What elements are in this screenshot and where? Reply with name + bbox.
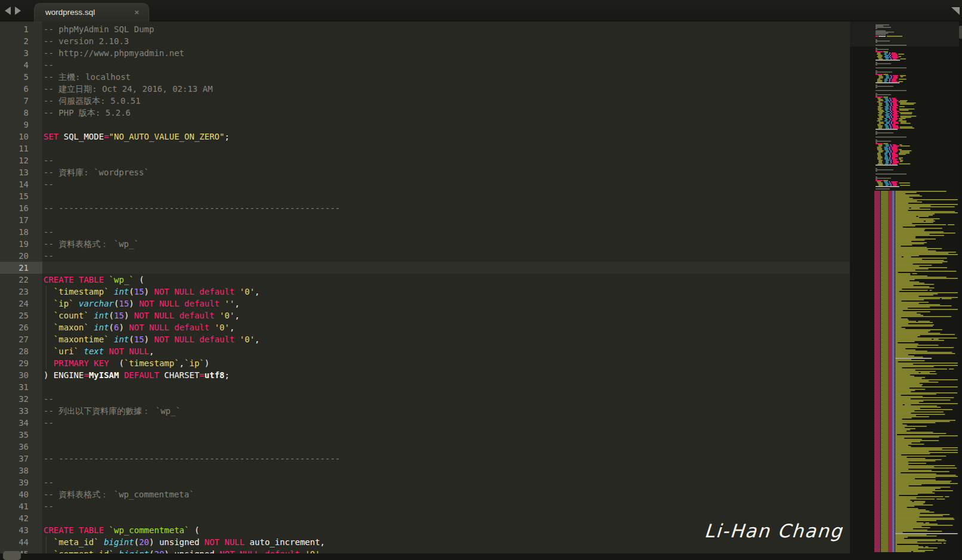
code-token <box>180 299 184 308</box>
code-token <box>169 323 174 332</box>
code-line[interactable]: `maxon` int(6) NOT NULL default '0', <box>0 321 850 333</box>
minimap[interactable] <box>850 21 959 553</box>
code-line[interactable]: -- version 2.10.3 <box>0 35 850 47</box>
code-token: '0' <box>215 323 230 332</box>
code-token: default <box>199 335 234 344</box>
tab-bar: wordpress.sql × <box>0 0 962 21</box>
code-token: = <box>83 370 88 380</box>
code-token: '0' <box>305 549 320 553</box>
back-arrow-icon[interactable] <box>5 7 11 15</box>
code-token: '' <box>225 299 235 308</box>
editor-pane: 1234567891011121314151617181920212223242… <box>0 21 850 553</box>
code-token: `count` <box>54 311 89 320</box>
code-token <box>104 525 109 535</box>
code-line[interactable] <box>0 262 850 274</box>
code-token <box>215 311 219 320</box>
code-area[interactable]: -- phpMyAdmin SQL Dump-- version 2.10.3-… <box>0 21 850 553</box>
code-token: `ip` <box>54 299 74 308</box>
code-token: NOT NULL <box>205 537 245 547</box>
code-line[interactable]: -- 列出以下資料庫的數據： `wp_` <box>0 405 850 417</box>
code-token: int <box>114 287 129 296</box>
code-token: auto_increment, <box>245 537 325 547</box>
code-line[interactable]: `timestamp` int(15) NOT NULL default '0'… <box>0 286 850 298</box>
code-token: 15 <box>114 311 124 320</box>
code-token: = <box>104 132 109 141</box>
code-line[interactable]: SET SQL_MODE="NO_AUTO_VALUE_ON_ZERO"; <box>0 131 850 143</box>
code-line[interactable]: -- 建立日期: Oct 24, 2016, 02:13 AM <box>0 83 850 95</box>
code-line[interactable] <box>0 429 850 441</box>
code-line[interactable]: PRIMARY KEY (`timestamp`,`ip`) <box>0 357 850 369</box>
code-line[interactable]: `comment_id` bigint(20) unsigned NOT NUL… <box>0 548 850 553</box>
code-token: `wp_commentmeta` <box>109 525 190 535</box>
code-token: ) unsigned <box>164 549 219 553</box>
code-token <box>44 323 54 332</box>
code-token: ( <box>134 537 139 547</box>
code-token: NOT NULL <box>154 287 194 296</box>
code-line[interactable]: -- <box>0 59 850 71</box>
forward-arrow-icon[interactable] <box>15 7 21 15</box>
code-line[interactable]: `uri` text NOT NULL, <box>0 345 850 357</box>
scrollbar-track[interactable] <box>959 21 962 553</box>
code-token <box>104 346 109 356</box>
code-token: -- <box>44 394 54 404</box>
code-token: int <box>94 323 109 332</box>
code-line[interactable] <box>0 143 850 154</box>
code-token: '0' <box>240 335 255 344</box>
code-token: ( <box>109 358 124 368</box>
code-line[interactable]: -- <box>0 178 850 190</box>
code-line[interactable]: ) ENGINE=MyISAM DEFAULT CHARSET=utf8; <box>0 369 850 381</box>
code-token: ; <box>225 370 230 380</box>
code-token: ( <box>109 323 114 332</box>
code-line[interactable]: -- phpMyAdmin SQL Dump <box>0 23 850 35</box>
code-line[interactable]: -- <box>0 500 850 512</box>
code-token: `uri` <box>54 346 79 356</box>
code-token: -- 資料表格式： `wp_` <box>44 239 139 249</box>
code-line[interactable]: `maxontime` int(15) NOT NULL default '0'… <box>0 333 850 345</box>
code-token: -- <box>44 60 54 70</box>
code-token: ( <box>129 335 134 344</box>
code-line[interactable] <box>0 441 850 453</box>
code-token: SET <box>44 132 58 141</box>
code-line[interactable]: -- 資料表格式： `wp_` <box>0 238 850 250</box>
tab-close-icon[interactable]: × <box>134 8 139 17</box>
code-token <box>174 311 179 320</box>
code-line[interactable]: -- <box>0 250 850 262</box>
code-line[interactable]: `count` int(15) NOT NULL default '0', <box>0 310 850 321</box>
code-line[interactable] <box>0 119 850 131</box>
code-token <box>219 299 224 308</box>
code-line[interactable] <box>0 381 850 393</box>
code-line[interactable]: -- PHP 版本: 5.2.6 <box>0 107 850 119</box>
code-line[interactable]: -- 伺服器版本: 5.0.51 <box>0 95 850 107</box>
tab-wordpress-sql[interactable]: wordpress.sql × <box>34 3 149 21</box>
code-line[interactable]: CREATE TABLE `wp_` ( <box>0 274 850 286</box>
code-line[interactable] <box>0 465 850 477</box>
code-line[interactable]: -- 主機: localhost <box>0 71 850 83</box>
code-line[interactable]: -- 資料庫: `wordpress` <box>0 166 850 178</box>
code-token: -- <box>44 180 54 189</box>
code-line[interactable]: -- <box>0 393 850 405</box>
code-line[interactable]: -- <box>0 477 850 488</box>
code-token: `ip` <box>184 358 205 368</box>
code-line[interactable]: -- <box>0 417 850 429</box>
code-line[interactable]: -- <box>0 226 850 238</box>
code-line[interactable]: -- -------------------------------------… <box>0 453 850 465</box>
code-token: `comment_id` <box>54 549 114 553</box>
code-token: '0' <box>219 311 234 320</box>
code-line[interactable]: -- -------------------------------------… <box>0 202 850 214</box>
code-line[interactable]: -- 資料表格式： `wp_commentmeta` <box>0 488 850 500</box>
code-token: -- PHP 版本: 5.2.6 <box>44 108 131 117</box>
tab-overflow-icon[interactable] <box>951 7 960 15</box>
code-line[interactable]: -- <box>0 154 850 166</box>
code-token: ( <box>109 311 114 320</box>
code-token: -- -------------------------------------… <box>44 203 340 213</box>
code-line[interactable]: `ip` varchar(15) NOT NULL default '', <box>0 298 850 310</box>
code-line[interactable] <box>0 214 850 226</box>
code-token: ) <box>144 287 154 296</box>
code-line[interactable]: -- http://www.phpmyadmin.net <box>0 47 850 59</box>
code-token: ) <box>129 299 139 308</box>
minimap-viewport[interactable] <box>850 21 959 47</box>
code-token: , <box>255 335 259 344</box>
code-token: ; <box>224 132 229 141</box>
code-line[interactable] <box>0 190 850 202</box>
scrollbar-thumb[interactable] <box>959 26 962 39</box>
